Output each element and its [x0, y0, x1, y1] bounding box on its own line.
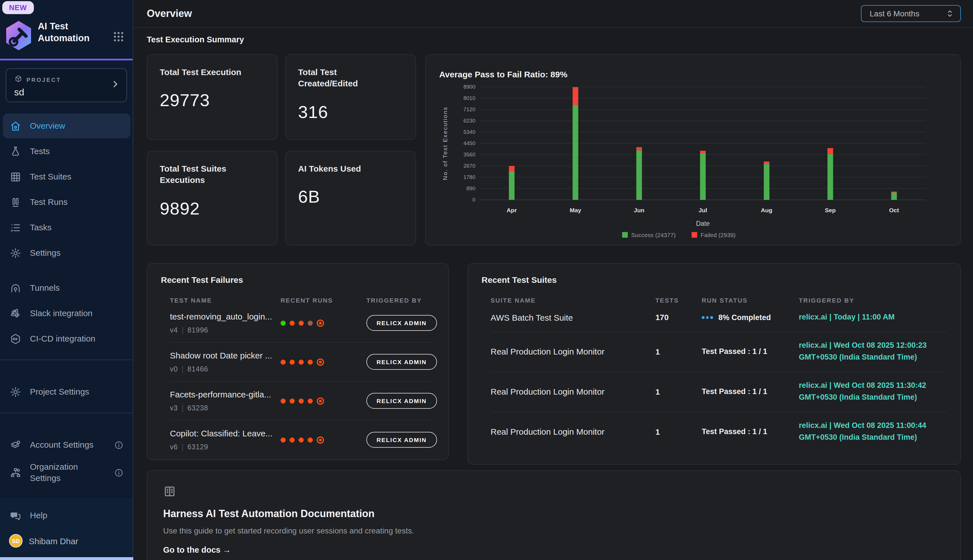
cube-icon	[14, 75, 23, 85]
run-status-dot-icon[interactable]	[308, 359, 313, 364]
info-icon[interactable]	[114, 468, 123, 478]
sidebar-nav-account: Account SettingsOrganization Settings	[0, 432, 133, 488]
run-status-ring-icon[interactable]	[317, 436, 324, 443]
date-range-select[interactable]: Last 6 Months	[861, 5, 961, 22]
sidebar-item-tunnels[interactable]: Tunnels	[3, 275, 130, 300]
sidebar-item-project-settings[interactable]: Project Settings	[3, 379, 130, 404]
recent-runs-dots	[281, 397, 367, 405]
test-name[interactable]: Copilot: Classified: Leave...	[170, 428, 274, 438]
sidebar-item-tests[interactable]: Tests	[3, 139, 130, 164]
table-row[interactable]: AWS Batch Test Suite1708% Completedrelic…	[491, 304, 946, 332]
sidebar-item-label: Account Settings	[30, 439, 93, 451]
run-status-ring-icon[interactable]	[317, 397, 324, 405]
run-status-ring-icon[interactable]	[317, 319, 324, 327]
test-meta: v363238	[170, 404, 281, 412]
topbar: Overview Last 6 Months	[133, 0, 973, 28]
run-status-dot-icon[interactable]	[290, 359, 295, 364]
sidebar-item-overview[interactable]: Overview	[3, 113, 130, 138]
sidebar-item-label: Settings	[30, 247, 60, 259]
svg-text:3560: 3560	[463, 152, 475, 158]
svg-text:4450: 4450	[463, 140, 475, 146]
documentation-card: Harness AI Test Automation Documentation…	[147, 470, 961, 560]
run-status-dot-icon[interactable]	[290, 437, 295, 442]
table-row[interactable]: Copilot: Classified: Leave...v663129RELI…	[170, 420, 435, 459]
triggered-by-button[interactable]: RELICX ADMIN	[367, 393, 437, 409]
run-status-ring-icon[interactable]	[317, 358, 324, 365]
sidebar-item-help[interactable]: ? Help	[3, 503, 130, 528]
column-header: TRIGGERED BY	[799, 297, 946, 304]
triggered-by-button[interactable]: RELICX ADMIN	[367, 315, 437, 331]
go-to-docs-link[interactable]: Go to the docs →	[163, 545, 231, 554]
run-status-dot-icon[interactable]	[308, 320, 313, 325]
sidebar-item-label: Help	[30, 510, 47, 521]
stat-value: 316	[298, 102, 403, 122]
suite-name[interactable]: Real Production Login Monitor	[491, 427, 655, 437]
sidebar-item-settings[interactable]: Settings	[3, 240, 130, 265]
table-row[interactable]: Real Production Login Monitor1Test Passe…	[491, 412, 946, 451]
table-row[interactable]: Facets-performance-gitla...v363238RELICX…	[170, 382, 435, 420]
run-status-dot-icon[interactable]	[281, 437, 286, 442]
table-body: AWS Batch Test Suite1708% Completedrelic…	[491, 304, 946, 451]
run-status: 8% Completed	[702, 313, 799, 322]
svg-text:Success (24377): Success (24377)	[631, 232, 676, 238]
svg-text:?: ?	[13, 512, 15, 517]
table-row[interactable]: test-removing_auto_login...v481996RELICX…	[170, 304, 435, 343]
sidebar-item-slack-integration[interactable]: Slack integration	[3, 301, 130, 326]
sidebar-item-tasks[interactable]: Tasks	[3, 215, 130, 240]
test-name[interactable]: Shadow root Date picker ...	[170, 350, 274, 360]
svg-text:Date: Date	[696, 220, 710, 227]
triggered-by-button[interactable]: RELICX ADMIN	[367, 354, 437, 370]
test-name[interactable]: Facets-performance-gitla...	[170, 390, 274, 399]
table-body: test-removing_auto_login...v481996RELICX…	[170, 304, 435, 459]
suite-name[interactable]: AWS Batch Test Suite	[491, 313, 655, 322]
sidebar-item-test-suites[interactable]: Test Suites	[3, 164, 130, 189]
sidebar-item-test-runs[interactable]: Test Runs	[3, 190, 130, 215]
run-status-dot-icon[interactable]	[281, 320, 286, 325]
triggered-by-button[interactable]: RELICX ADMIN	[367, 432, 437, 448]
run-status-dot-icon[interactable]	[299, 437, 304, 442]
svg-text:Oct: Oct	[889, 207, 899, 213]
test-name[interactable]: test-removing_auto_login...	[170, 312, 274, 321]
suite-tests-count: 1	[655, 387, 702, 396]
run-status-dot-icon[interactable]	[308, 437, 313, 442]
run-status-dot-icon[interactable]	[281, 359, 286, 364]
recent-test-suites-card: Recent Test Suites SUITE NAME TESTS RUN …	[467, 263, 961, 465]
column-header: SUITE NAME	[491, 297, 655, 304]
stat-cards: Total Test Execution 29773 Total Test Cr…	[147, 54, 416, 245]
run-status-dot-icon[interactable]	[308, 398, 313, 403]
user-menu[interactable]: SD Shibam Dhar	[0, 528, 133, 555]
suite-name[interactable]: Real Production Login Monitor	[491, 387, 655, 396]
stat-value: 29773	[160, 91, 265, 111]
sidebar-item-account-settings[interactable]: Account Settings	[3, 432, 130, 457]
column-header: TRIGGERED BY	[367, 297, 435, 304]
run-status-dot-icon[interactable]	[299, 359, 304, 364]
svg-text:Aug: Aug	[761, 207, 772, 213]
table-title: Recent Test Suites	[482, 275, 946, 285]
apps-grid-icon[interactable]	[112, 30, 125, 45]
sidebar-item-ci-cd-integration[interactable]: CI-CD integration	[3, 326, 130, 351]
test-name-cell: Shadow root Date picker ...v081466	[170, 350, 281, 373]
stat-value: 6B	[298, 187, 403, 207]
suite-name[interactable]: Real Production Login Monitor	[491, 347, 655, 357]
run-status-dot-icon[interactable]	[299, 320, 304, 325]
column-header: TESTS	[655, 297, 702, 304]
svg-text:7120: 7120	[463, 107, 475, 112]
table-row[interactable]: Shadow root Date picker ...v081466RELICX…	[170, 343, 435, 382]
column-header: RECENT RUNS	[281, 297, 367, 304]
date-range-value: Last 6 Months	[870, 9, 920, 18]
page-title: Overview	[147, 8, 192, 20]
table-row[interactable]: Real Production Login Monitor1Test Passe…	[491, 332, 946, 372]
run-status-dot-icon[interactable]	[299, 398, 304, 403]
svg-text:890: 890	[467, 185, 475, 192]
run-status-dot-icon[interactable]	[290, 398, 295, 403]
content: Test Execution Summary Total Test Execut…	[133, 28, 973, 560]
sidebar-item-organization-settings[interactable]: Organization Settings	[3, 458, 130, 487]
svg-text:5340: 5340	[463, 129, 475, 135]
table-row[interactable]: Real Production Login Monitor1Test Passe…	[491, 372, 946, 412]
project-selector[interactable]: PROJECT sd	[6, 68, 127, 102]
test-meta: v663129	[170, 443, 281, 451]
run-status-dot-icon[interactable]	[281, 398, 286, 403]
run-status-dot-icon[interactable]	[290, 320, 295, 325]
select-updown-icon	[946, 9, 953, 18]
info-icon[interactable]	[114, 440, 123, 450]
